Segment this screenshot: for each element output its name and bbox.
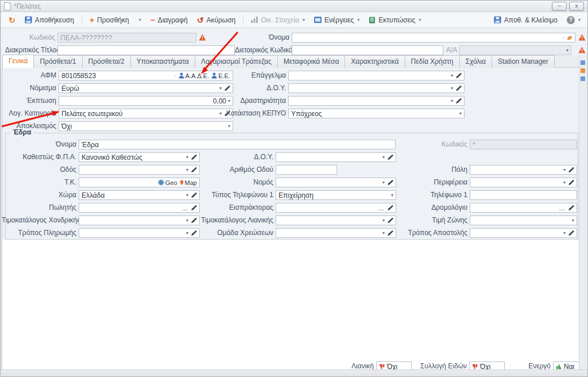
add-dropdown[interactable]: ▾ xyxy=(134,16,145,24)
pencil-icon[interactable] xyxy=(387,179,393,186)
refresh-button[interactable]: ↻ xyxy=(5,15,20,25)
map-link[interactable]: Map xyxy=(185,179,197,186)
edra-name-field[interactable]: Έδρα xyxy=(79,140,396,149)
city-field[interactable]: ▾ xyxy=(470,165,577,175)
tab-prostheta1[interactable]: Πρόσθετα/1 xyxy=(33,55,82,68)
pencil-icon[interactable] xyxy=(191,230,197,236)
tab-genika[interactable]: Γενικά xyxy=(2,55,34,68)
help-button[interactable]: ? ▾ xyxy=(563,14,585,26)
retail-pricelist-field[interactable]: ▾ xyxy=(276,216,396,225)
kepyo-status-field[interactable]: Υπόχρεος ▾ xyxy=(288,109,465,118)
discount-field[interactable]: 0,00 ▾ xyxy=(59,96,233,106)
tab-sxolia[interactable]: Σχόλια xyxy=(459,55,492,68)
pencil-icon[interactable] xyxy=(568,205,574,211)
close-button[interactable]: x xyxy=(569,2,584,11)
region-field[interactable]: ▾ xyxy=(470,178,577,187)
chevron-down-icon[interactable]: ▾ xyxy=(186,167,188,172)
chevron-down-icon[interactable]: ▾ xyxy=(382,218,385,223)
browse-icon[interactable]: … xyxy=(378,205,385,211)
add-button[interactable]: + Προσθήκη xyxy=(86,14,133,26)
chevron-down-icon[interactable]: ▾ xyxy=(451,86,453,91)
distinctive-title-field[interactable] xyxy=(57,45,235,55)
phone1-field[interactable] xyxy=(470,190,577,200)
chevron-down-icon[interactable]: ▾ xyxy=(186,230,188,236)
name-field[interactable]: ‹ xyxy=(292,33,575,43)
pencil-icon[interactable] xyxy=(568,179,574,186)
cancel-button[interactable]: ↺ Ακύρωση xyxy=(193,14,240,26)
pencil-icon[interactable] xyxy=(387,154,393,160)
delete-button[interactable]: − Διαγραφή xyxy=(146,14,192,26)
tab-logariasmoi-trapezas[interactable]: Λογαριασμοί Τράπεζας xyxy=(195,55,278,68)
chevron-down-icon[interactable]: ▾ xyxy=(563,230,566,236)
vat-regime-field[interactable]: Κανονικό Καθεστώς ▾ xyxy=(79,152,200,162)
pencil-icon[interactable] xyxy=(191,154,197,160)
chevron-down-icon[interactable]: ▾ xyxy=(451,73,453,78)
minimize-button[interactable]: – xyxy=(552,2,567,11)
pencil-icon[interactable] xyxy=(568,167,574,173)
profession-field[interactable]: ▾ xyxy=(288,71,465,80)
chevron-down-icon[interactable]: ▾ xyxy=(382,180,385,185)
activity-field[interactable]: ▾ xyxy=(288,96,465,106)
afm-field[interactable]: 801058523 ‹ Α.Α.Δ.Ε. Ε.Ε. xyxy=(59,71,233,80)
prints-button[interactable]: Εκτυπώσεις ▾ xyxy=(365,14,425,26)
pencil-icon[interactable] xyxy=(455,98,462,104)
pencil-icon[interactable] xyxy=(455,85,462,91)
street-field[interactable]: ▾ xyxy=(79,165,200,175)
chevron-down-icon[interactable]: ▾ xyxy=(186,155,188,160)
tab-station-manager[interactable]: Station Manager xyxy=(492,55,555,68)
pencil-icon[interactable] xyxy=(568,230,574,236)
street-number-field[interactable] xyxy=(276,165,337,175)
payment-method-field[interactable]: ▾ xyxy=(79,228,200,238)
chevron-down-icon[interactable]: ▾ xyxy=(451,98,453,103)
browse-icon[interactable]: … xyxy=(181,205,188,211)
pencil-icon[interactable] xyxy=(191,167,197,173)
edit-pen-icon[interactable] xyxy=(567,35,572,41)
postal-code-field[interactable]: Geo Map xyxy=(79,178,200,187)
actions-button[interactable]: Ενέργειες ▾ xyxy=(310,14,363,26)
geo-link[interactable]: Geo xyxy=(165,179,177,186)
chevron-down-icon[interactable]: ▾ xyxy=(382,230,385,236)
chevron-down-icon[interactable]: ▾ xyxy=(186,193,188,198)
currency-field[interactable]: Ευρώ ▾ xyxy=(59,83,233,93)
chevron-down-icon[interactable]: ▾ xyxy=(228,124,230,129)
county-field[interactable]: ▾ xyxy=(276,178,396,187)
salesman-field[interactable]: … xyxy=(79,203,200,213)
chevron-down-icon[interactable]: ▾ xyxy=(572,218,574,223)
route-field[interactable]: … xyxy=(470,203,577,213)
doy-field[interactable]: ▾ xyxy=(288,83,465,93)
tab-prostheta2[interactable]: Πρόσθετα/2 xyxy=(82,55,131,68)
phone-type-field[interactable]: Επιχείρηση ▾ xyxy=(276,190,396,200)
chevron-down-icon[interactable]: ▾ xyxy=(382,155,385,160)
save-and-close-button[interactable]: Αποθ. & Κλείσιμο xyxy=(490,14,562,26)
dock-marker-icon[interactable] xyxy=(581,60,585,65)
chevron-down-icon[interactable]: ▾ xyxy=(459,111,462,116)
tab-xaraktiristika[interactable]: Χαρακτηριστικά xyxy=(345,55,405,68)
zone-price-field[interactable]: ▾ xyxy=(470,216,577,225)
chevron-down-icon[interactable]: ▾ xyxy=(563,180,566,185)
wholesale-pricelist-field[interactable]: ▾ xyxy=(79,216,200,225)
tab-ypokatastimata[interactable]: Υποκαταστήματα xyxy=(130,55,195,68)
chevron-down-icon[interactable]: ▾ xyxy=(391,193,393,198)
pencil-icon[interactable] xyxy=(191,205,197,211)
pencil-icon[interactable] xyxy=(387,230,393,236)
acc-category-field[interactable]: Πελάτες εσωτερικού ▾ xyxy=(59,109,233,118)
pencil-icon[interactable] xyxy=(387,217,393,224)
pencil-icon[interactable] xyxy=(191,192,197,198)
chevron-down-icon[interactable]: ▾ xyxy=(186,218,188,223)
pencil-icon[interactable] xyxy=(455,72,462,79)
collector-field[interactable]: … xyxy=(276,203,396,213)
tab-metaforika-mesa[interactable]: Μεταφορικά Μέσα xyxy=(277,55,346,68)
chevron-down-icon[interactable]: ▾ xyxy=(563,167,566,172)
shipping-method-field[interactable]: ▾ xyxy=(470,228,577,238)
pencil-icon[interactable] xyxy=(387,205,393,211)
edra-doy-field[interactable]: ▾ xyxy=(276,152,396,162)
tab-pedia-xristi[interactable]: Πεδία Χρήστη xyxy=(405,55,460,68)
intercompany-code-field[interactable] xyxy=(292,45,443,55)
save-button[interactable]: Αποθήκευση xyxy=(21,14,78,26)
dock-marker-icon[interactable] xyxy=(581,68,585,73)
dock-marker-icon[interactable] xyxy=(581,76,585,81)
charge-group-field[interactable]: ▾ xyxy=(276,228,396,238)
country-field[interactable]: Ελλάδα ▾ xyxy=(79,190,200,200)
aade-lookup-link[interactable]: Α.Α.Δ.Ε. xyxy=(185,72,210,79)
browse-icon[interactable]: … xyxy=(559,205,566,211)
